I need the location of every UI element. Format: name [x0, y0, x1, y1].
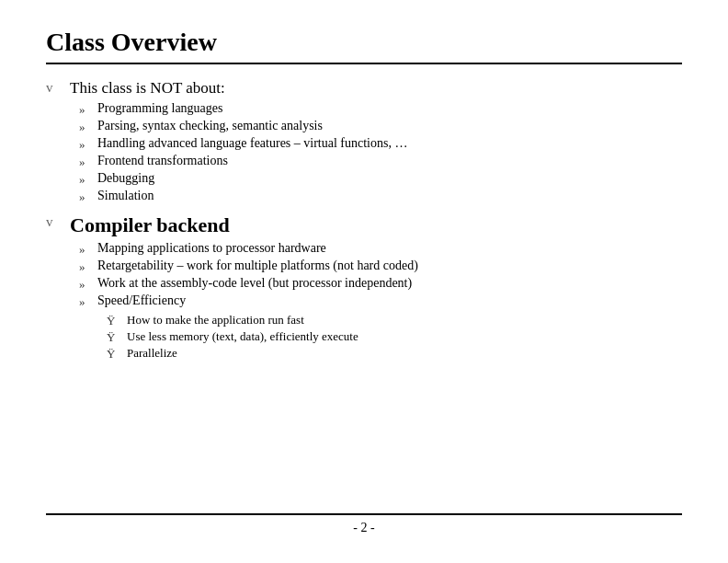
list-item-text: Simulation	[97, 189, 154, 203]
sub-bullet-icon: »	[79, 172, 92, 187]
sub-sub-bullet-icon: Ÿ	[107, 314, 121, 328]
slide-title: Class Overview	[46, 28, 682, 57]
list-item-text: Parsing, syntax checking, semantic analy…	[97, 119, 323, 133]
bullet-diamond-2: v	[46, 214, 63, 230]
list-item-text: Work at the assembly-code level (but pro…	[97, 276, 412, 291]
list-item-text: Retargetability – work for multiple plat…	[97, 259, 418, 273]
compiler-backend-heading: Compiler backend	[70, 213, 230, 237]
footer-divider	[46, 513, 682, 515]
list-item: » Work at the assembly-code level (but p…	[79, 276, 682, 292]
sub-sub-item-text: Parallelize	[127, 346, 177, 361]
sub-bullet-icon: »	[79, 259, 92, 274]
sub-sub-item: Ÿ Parallelize	[107, 346, 682, 362]
list-item: » Frontend transformations	[79, 154, 682, 169]
slide: Class Overview v This class is NOT about…	[0, 0, 728, 563]
list-item: » Simulation	[79, 189, 682, 204]
sub-bullet-icon: »	[79, 190, 92, 204]
section-compiler-backend: v Compiler backend » Mapping application…	[46, 213, 682, 362]
list-item: » Speed/Efficiency	[79, 293, 682, 309]
list-item-text: Debugging	[97, 171, 154, 186]
sub-sub-item: Ÿ How to make the application run fast	[107, 313, 682, 328]
list-item-text: Frontend transformations	[97, 154, 228, 168]
list-item-text: Mapping applications to processor hardwa…	[97, 241, 326, 256]
sub-sub-bullet-icon: Ÿ	[107, 347, 121, 362]
list-item: » Parsing, syntax checking, semantic ana…	[79, 119, 682, 134]
list-item: » Programming languages	[79, 101, 682, 117]
section-not-about-heading: This class is NOT about:	[70, 79, 225, 98]
sub-bullet-icon: »	[79, 277, 92, 292]
sub-sub-item: Ÿ Use less memory (text, data), efficien…	[107, 329, 682, 345]
sub-sub-item-text: How to make the application run fast	[127, 313, 304, 327]
list-item: » Handling advanced language features – …	[79, 136, 682, 152]
sub-bullet-icon: »	[79, 294, 92, 309]
speed-efficiency-sublist: Ÿ How to make the application run fast Ÿ…	[107, 313, 682, 362]
sub-sub-bullet-icon: Ÿ	[107, 330, 121, 345]
slide-content: v This class is NOT about: » Programming…	[46, 79, 682, 513]
title-divider	[46, 63, 682, 64]
bullet-diamond-1: v	[46, 80, 63, 96]
list-item-text: Programming languages	[97, 101, 222, 116]
compiler-backend-list: » Mapping applications to processor hard…	[79, 241, 682, 362]
list-item: » Mapping applications to processor hard…	[79, 241, 682, 257]
sub-bullet-icon: »	[79, 155, 92, 169]
not-about-list: » Programming languages » Parsing, synta…	[79, 101, 682, 204]
sub-sub-item-text: Use less memory (text, data), efficientl…	[127, 329, 358, 344]
sub-bullet-icon: »	[79, 102, 92, 117]
slide-footer: - 2 -	[46, 521, 682, 535]
list-item: » Debugging	[79, 171, 682, 187]
list-item-text: Handling advanced language features – vi…	[97, 136, 407, 151]
section-compiler-backend-heading-row: v Compiler backend	[46, 213, 682, 237]
section-not-about: v This class is NOT about: » Programming…	[46, 79, 682, 204]
sub-bullet-icon: »	[79, 137, 92, 152]
sub-bullet-icon: »	[79, 242, 92, 257]
section-not-about-heading-row: v This class is NOT about:	[46, 79, 682, 98]
list-item-text: Speed/Efficiency	[97, 293, 186, 308]
list-item: » Retargetability – work for multiple pl…	[79, 259, 682, 274]
sub-bullet-icon: »	[79, 120, 92, 134]
